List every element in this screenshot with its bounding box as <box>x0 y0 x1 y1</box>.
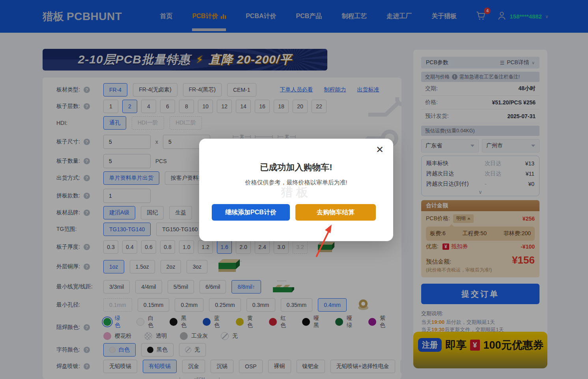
modal-title: 已成功加入购物车! <box>199 162 393 173</box>
add-to-cart-modal: ✕ 已成功加入购物车! 价格仅供参考，最终价格以审单后为准! 猎板 继续添加PC… <box>199 139 393 241</box>
close-icon[interactable]: ✕ <box>376 145 384 154</box>
watermark: 猎板 <box>281 184 311 201</box>
modal-subtitle: 价格仅供参考，最终价格以审单后为准! <box>199 179 393 186</box>
continue-adding-button[interactable]: 继续添加PCB计价 <box>212 204 290 221</box>
go-to-cart-button[interactable]: 去购物车结算 <box>295 204 376 221</box>
